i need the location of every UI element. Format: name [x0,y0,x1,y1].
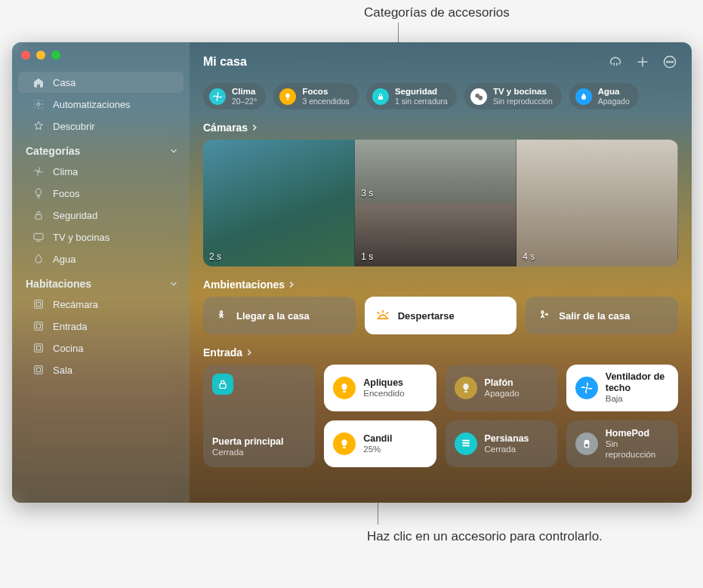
category-chip-tv-y-bocinas[interactable]: TV y bocinasSin reproducción [464,83,562,109]
accessory-icon [455,377,477,399]
scene-icon [536,308,551,323]
sidebar-item-cocina[interactable]: Cocina [18,337,183,359]
accessory-door-tile[interactable]: Puerta principal Cerrada [203,365,315,467]
section-cameras[interactable]: Cámaras [203,122,678,134]
sidebar-item-label: Casa [53,77,76,88]
accessory-status: Apagado [485,389,520,399]
more-button[interactable] [661,54,678,70]
category-chip-focos[interactable]: Focos3 encendidos [273,83,358,109]
minimize-window-button[interactable] [36,51,45,60]
scene-row: Llegar a la casaDespertarseSalir de la c… [203,297,678,334]
room-icon [32,341,45,355]
scene-label: Llegar a la casa [236,310,310,322]
drop-icon [32,252,45,266]
chip-label: Focos [302,87,349,97]
svg-point-16 [217,95,218,97]
camera-timestamp: 1 s [361,251,373,262]
chip-icon [470,88,487,105]
lock-icon [212,374,233,395]
sidebar-item-label: Agua [53,254,76,265]
sidebar-item-descubrir[interactable]: Descubrir [18,115,183,137]
accessory-status: Cerrada [485,445,529,455]
intercom-button[interactable] [607,54,624,70]
sidebar-section-categories[interactable]: Categorías [12,137,190,160]
scene-despertarse[interactable]: Despertarse [365,297,517,334]
sidebar-item-automatizaciones[interactable]: Automatizaciones [18,94,183,115]
sidebar-item-agua[interactable]: Agua [18,248,183,269]
sidebar-item-entrada[interactable]: Entrada [18,316,183,337]
tv-icon [32,230,45,244]
sidebar-item-focos[interactable]: Focos [18,183,183,204]
sidebar-item-recámara[interactable]: Recámara [18,294,183,315]
chip-label: Seguridad [395,87,448,97]
accessory-icon [575,377,598,399]
main-content: Mi casa Clima20–22°Focos3 encendidosSegu… [190,42,692,503]
accessory-tile-apliques[interactable]: ApliquesEncendido [324,365,436,411]
category-chip-seguridad[interactable]: Seguridad1 sin cerradura [366,83,457,109]
automation-icon [32,97,45,111]
accessory-tile-ventilador-de-techo[interactable]: Ventilador de techoBaja [566,365,678,411]
category-chip-agua[interactable]: AguaApagado [569,83,639,109]
accessory-status: 25% [363,445,392,455]
camera-tile[interactable]: 2 s [203,140,355,266]
chip-status: 3 encendidos [302,97,349,106]
lock-icon [32,208,45,222]
sidebar-item-label: TV y bocinas [53,232,109,243]
sidebar-item-sala[interactable]: Sala [18,359,183,380]
scene-salir-de-la-casa[interactable]: Salir de la casa [526,297,678,334]
chip-status: 1 sin cerradura [395,97,448,106]
home-icon [32,75,45,89]
camera-tile[interactable]: 3 s [355,140,516,203]
add-button[interactable] [634,54,651,70]
camera-tile[interactable]: 1 s [355,203,516,266]
scene-icon [214,308,229,323]
section-label: Categorías [26,145,80,157]
section-label: Entrada [203,346,242,359]
sidebar-item-seguridad[interactable]: Seguridad [18,205,183,226]
section-label: Habitaciones [26,278,91,290]
accessory-status: Cerrada [212,448,283,458]
fullscreen-window-button[interactable] [51,51,60,60]
scene-label: Despertarse [398,310,455,322]
chevron-right-icon [288,281,295,288]
sidebar-item-casa[interactable]: Casa [18,72,183,93]
sidebar-item-label: Descubrir [53,121,95,132]
sidebar-item-label: Cocina [53,343,83,354]
accessory-status: Baja [606,394,669,405]
sidebar-section-rooms[interactable]: Habitaciones [12,270,190,293]
svg-point-20 [478,95,483,100]
camera-grid: 2 s 3 s 1 s 4 s [203,140,678,266]
chip-label: Agua [598,87,630,97]
sidebar-item-label: Entrada [53,321,88,332]
svg-rect-23 [220,384,226,389]
chip-icon [209,88,226,105]
accessory-label: Ventilador de techo [606,371,669,394]
accessory-tile-candil[interactable]: Candil25% [324,420,436,467]
svg-point-32 [585,444,588,447]
close-window-button[interactable] [21,51,30,60]
topbar: Mi casa [203,42,678,79]
star-icon [32,119,45,133]
chevron-down-icon [168,146,179,156]
chevron-down-icon [168,279,179,289]
accessory-label: Candil [363,433,392,445]
accessory-icon [575,433,598,455]
accessory-tile-plafón[interactable]: PlafónApagado [446,365,557,411]
sidebar-item-tv-y-bocinas[interactable]: TV y bocinas [18,226,183,248]
section-label: Cámaras [203,122,248,134]
scene-llegar-a-la-casa[interactable]: Llegar a la casa [203,297,356,334]
callout-accessory-label: Haz clic en un accesorio para controlarl… [367,528,603,545]
category-chip-clima[interactable]: Clima20–22° [203,83,266,109]
camera-timestamp: 4 s [523,251,535,262]
section-room[interactable]: Entrada [203,346,678,359]
bulb-icon [32,186,45,200]
svg-rect-9 [36,346,40,349]
accessory-tile-persianas[interactable]: PersianasCerrada [446,420,557,467]
sidebar-item-clima[interactable]: Clima [18,161,183,182]
section-scenes[interactable]: Ambientaciones [203,279,678,291]
accessory-icon [455,433,477,455]
svg-rect-24 [343,391,346,393]
camera-tile[interactable]: 4 s [516,140,678,266]
camera-timestamp: 2 s [209,251,221,262]
accessory-tile-homepod[interactable]: HomePodSin reproducción [566,420,678,467]
